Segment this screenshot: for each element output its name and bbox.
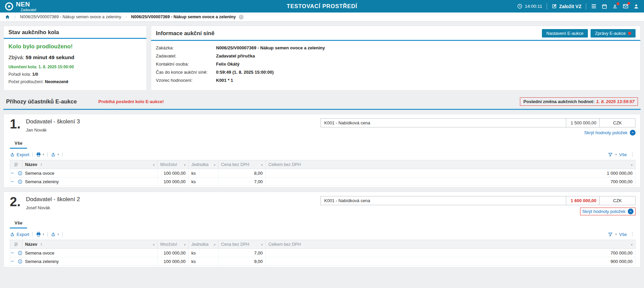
column-header-name[interactable]: Název ↑ ▾ <box>22 160 158 169</box>
toolbar-divider <box>32 232 33 237</box>
round-order-label: Pořadí kola: <box>8 72 31 77</box>
bid-criterion-label: K001 - Nabídková cena <box>320 118 566 127</box>
print-button[interactable]: ▾ <box>36 232 45 237</box>
close-tab-button[interactable] <box>239 15 244 20</box>
view-all-link[interactable]: Vše <box>619 232 627 237</box>
caret-down-icon[interactable]: ▾ <box>184 243 186 246</box>
eauction-settings-button[interactable]: Nastavení E-aukce <box>542 29 588 38</box>
column-header-total[interactable]: Celkem bez DPH▾ <box>266 240 636 249</box>
caret-down-icon[interactable]: ▾ <box>615 233 617 236</box>
filter-button[interactable] <box>608 152 613 157</box>
info-row-label: Zadavatel: <box>156 53 216 58</box>
breadcrumb-item[interactable]: N006/25/V00007369 - Nákup semen ovoce a … <box>20 15 121 19</box>
close-icon <box>239 15 244 20</box>
caret-down-icon[interactable]: ▾ <box>214 163 215 167</box>
caret-down-icon[interactable]: ▾ <box>184 163 186 167</box>
info-row-value: 0:59:49 (1. 8. 2025 15:00:00) <box>216 70 274 75</box>
tab-all[interactable]: Vše <box>10 219 27 229</box>
column-header-unit-price[interactable]: Cena bez DPH▾ <box>218 240 266 249</box>
sort-ascending-icon[interactable]: ↑ <box>40 162 42 167</box>
info-icon[interactable] <box>18 179 22 184</box>
messages-button[interactable] <box>622 3 629 9</box>
row-menu-icon[interactable] <box>10 180 15 183</box>
info-icon[interactable] <box>18 259 22 264</box>
view-all-link[interactable]: Vše <box>619 152 627 157</box>
caret-down-icon[interactable]: ▾ <box>615 153 617 156</box>
row-menu-icon[interactable] <box>10 260 15 263</box>
row-menu-icon[interactable] <box>10 251 15 255</box>
bidder-rank: 2. <box>10 196 21 210</box>
item-name: Semena ovoce <box>22 249 158 257</box>
sort-ascending-icon[interactable]: ↑ <box>40 242 42 247</box>
chevron-up-icon[interactable] <box>628 209 634 214</box>
info-row: Zadavatel: Zadavatel příručka <box>156 53 636 58</box>
server-clock: 14:00:11 <box>517 3 542 9</box>
hide-item-values-link[interactable]: Skrýt hodnoty položek <box>584 130 636 136</box>
create-vz-button[interactable]: Založit VZ <box>551 3 581 9</box>
caret-down-icon[interactable]: ▾ <box>43 233 45 236</box>
toolbar-divider <box>632 152 633 157</box>
info-row-value: N006/25/V00007369 - Nákup semen ovoce a … <box>216 45 325 50</box>
column-chooser-button[interactable] <box>10 160 22 169</box>
breadcrumb-item-active[interactable]: N006/25/V00007369 - Nákup semen ovoce a … <box>131 15 236 19</box>
toolbar-divider <box>632 232 633 237</box>
column-header-name[interactable]: Název ↑ ▾ <box>22 240 158 249</box>
info-row: Kontaktní osoba: Felix Okátý <box>156 62 636 67</box>
caret-down-icon[interactable]: ▾ <box>631 243 633 246</box>
hide-item-values-link[interactable]: Skrýt hodnoty položek <box>582 209 634 214</box>
caret-down-icon[interactable]: ▾ <box>57 153 59 156</box>
export-button[interactable]: Export <box>10 152 29 157</box>
caret-down-icon[interactable]: ▾ <box>631 163 633 167</box>
export-label: Export <box>17 152 29 157</box>
caret-down-icon[interactable]: ▾ <box>153 243 154 246</box>
bids-section-title: Příhozy účastníků E-aukce <box>6 98 77 105</box>
profile-button[interactable] <box>633 3 639 9</box>
create-vz-label: Založit VZ <box>559 4 581 9</box>
export-button[interactable]: Export <box>10 232 29 237</box>
caret-down-icon[interactable]: ▾ <box>57 233 59 236</box>
edit-icon <box>551 3 557 9</box>
export-menu-button[interactable]: ▾ <box>51 152 59 157</box>
downloads-button[interactable] <box>612 3 618 9</box>
column-chooser-button[interactable] <box>10 240 22 249</box>
breadcrumb: N006/25/V00007369 - Nákup semen ovoce a … <box>0 13 644 22</box>
calendar-button[interactable] <box>601 3 607 9</box>
column-header-total[interactable]: Celkem bez DPH▾ <box>266 160 636 169</box>
row-menu-icon[interactable] <box>10 171 15 175</box>
column-header-quantity[interactable]: Množství▾ <box>158 240 189 249</box>
remaining-time: Zbývá: 59 minut 49 sekund <box>8 54 142 61</box>
caret-down-icon[interactable]: ▾ <box>261 163 263 167</box>
home-button[interactable] <box>5 14 10 20</box>
column-header-unit-price[interactable]: Cena bez DPH▾ <box>218 160 266 169</box>
print-button[interactable]: ▾ <box>36 152 45 157</box>
column-header-unit[interactable]: Jednotka▾ <box>189 160 218 169</box>
caret-down-icon[interactable]: ▾ <box>214 243 215 246</box>
clock-icon <box>517 3 523 9</box>
column-unit-label: Jednotka <box>191 242 209 247</box>
menu-button[interactable] <box>591 3 597 9</box>
brand-subtitle: Zadavatel <box>21 8 36 12</box>
table-toolbar: Export ▾ ▾ ▾ Vše <box>10 152 636 157</box>
caret-down-icon[interactable]: ▾ <box>153 163 154 167</box>
bidder-card: 1. Dodavatel - školení 3 Jan Novák K001 … <box>3 114 641 188</box>
export-icon <box>51 232 56 237</box>
eauction-messages-button[interactable]: Zprávy E-aukce <box>591 29 636 38</box>
column-quantity-label: Množství <box>160 242 177 247</box>
brand[interactable]: NEN Zadavatel <box>5 1 36 12</box>
tab-all[interactable]: Vše <box>10 140 27 149</box>
column-header-quantity[interactable]: Množství▾ <box>158 160 189 169</box>
filter-button[interactable] <box>608 232 613 237</box>
info-row: Zakázka: N006/25/V00007369 - Nákup semen… <box>156 45 636 50</box>
tab-bar: Vše <box>10 219 636 229</box>
caret-down-icon[interactable]: ▾ <box>43 153 45 156</box>
caret-down-icon[interactable]: ▾ <box>261 243 263 246</box>
export-menu-button[interactable]: ▾ <box>51 232 59 237</box>
topbar-divider <box>547 3 547 9</box>
column-header-unit[interactable]: Jednotka▾ <box>189 240 218 249</box>
messages-notification-dot <box>628 32 631 35</box>
info-icon[interactable] <box>18 250 22 256</box>
chevron-up-icon[interactable] <box>630 130 636 136</box>
info-icon[interactable] <box>18 171 22 176</box>
export-icon <box>10 152 15 157</box>
item-unit: ks <box>189 257 218 266</box>
